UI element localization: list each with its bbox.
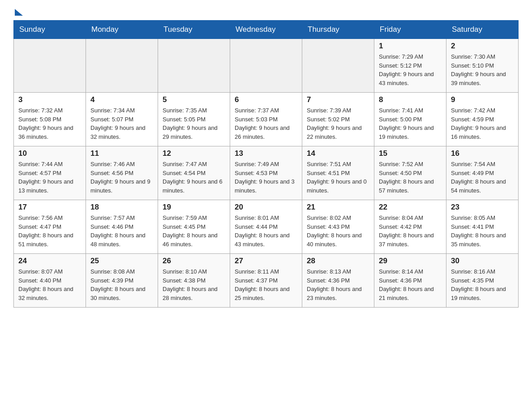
calendar-cell: 2Sunrise: 7:30 AMSunset: 5:10 PMDaylight… <box>446 39 519 93</box>
day-info: Sunrise: 7:51 AMSunset: 4:51 PMDaylight:… <box>307 160 369 195</box>
day-info: Sunrise: 8:02 AMSunset: 4:43 PMDaylight:… <box>307 214 369 248</box>
day-number: 14 <box>307 149 369 158</box>
day-number: 2 <box>451 42 514 51</box>
day-info: Sunrise: 8:05 AMSunset: 4:41 PMDaylight:… <box>451 214 514 248</box>
day-number: 5 <box>163 95 225 104</box>
day-number: 22 <box>379 203 442 212</box>
calendar-cell: 23Sunrise: 8:05 AMSunset: 4:41 PMDayligh… <box>446 200 519 254</box>
calendar-cell: 15Sunrise: 7:52 AMSunset: 4:50 PMDayligh… <box>374 146 446 200</box>
calendar-cell <box>302 39 374 93</box>
weekday-header-row: SundayMondayTuesdayWednesdayThursdayFrid… <box>14 21 519 39</box>
calendar-cell: 3Sunrise: 7:32 AMSunset: 5:08 PMDaylight… <box>14 93 86 146</box>
day-number: 27 <box>235 257 297 265</box>
calendar-cell: 10Sunrise: 7:44 AMSunset: 4:57 PMDayligh… <box>14 146 86 200</box>
day-info: Sunrise: 7:47 AMSunset: 4:54 PMDaylight:… <box>163 160 225 195</box>
calendar-cell: 28Sunrise: 8:13 AMSunset: 4:36 PMDayligh… <box>302 254 374 308</box>
day-info: Sunrise: 7:34 AMSunset: 5:07 PMDaylight:… <box>90 106 153 141</box>
calendar-cell: 30Sunrise: 8:16 AMSunset: 4:35 PMDayligh… <box>446 254 519 308</box>
weekday-header-saturday: Saturday <box>446 21 519 39</box>
day-info: Sunrise: 8:04 AMSunset: 4:42 PMDaylight:… <box>379 214 442 248</box>
day-number: 21 <box>307 203 369 212</box>
calendar-cell: 5Sunrise: 7:35 AMSunset: 5:05 PMDaylight… <box>158 93 230 146</box>
calendar-cell: 21Sunrise: 8:02 AMSunset: 4:43 PMDayligh… <box>302 200 374 254</box>
weekday-header-thursday: Thursday <box>302 21 374 39</box>
day-info: Sunrise: 8:08 AMSunset: 4:39 PMDaylight:… <box>90 267 153 302</box>
calendar-cell: 13Sunrise: 7:49 AMSunset: 4:53 PMDayligh… <box>230 146 302 200</box>
day-number: 30 <box>451 257 514 265</box>
day-number: 23 <box>451 203 514 212</box>
calendar-cell: 16Sunrise: 7:54 AMSunset: 4:49 PMDayligh… <box>446 146 519 200</box>
logo <box>13 9 23 16</box>
day-info: Sunrise: 7:41 AMSunset: 5:00 PMDaylight:… <box>379 106 442 141</box>
calendar-cell: 14Sunrise: 7:51 AMSunset: 4:51 PMDayligh… <box>302 146 374 200</box>
week-row-3: 10Sunrise: 7:44 AMSunset: 4:57 PMDayligh… <box>14 146 519 200</box>
day-info: Sunrise: 7:59 AMSunset: 4:45 PMDaylight:… <box>163 214 225 248</box>
day-number: 26 <box>163 257 225 265</box>
week-row-4: 17Sunrise: 7:56 AMSunset: 4:47 PMDayligh… <box>14 200 519 254</box>
day-number: 29 <box>379 257 442 265</box>
calendar-cell: 8Sunrise: 7:41 AMSunset: 5:00 PMDaylight… <box>374 93 446 146</box>
day-number: 1 <box>379 42 442 51</box>
day-number: 7 <box>307 95 369 104</box>
calendar-cell: 18Sunrise: 7:57 AMSunset: 4:46 PMDayligh… <box>86 200 158 254</box>
calendar-cell: 12Sunrise: 7:47 AMSunset: 4:54 PMDayligh… <box>158 146 230 200</box>
calendar-cell: 7Sunrise: 7:39 AMSunset: 5:02 PMDaylight… <box>302 93 374 146</box>
day-number: 11 <box>90 149 153 158</box>
day-number: 24 <box>18 257 81 265</box>
day-number: 12 <box>163 149 225 158</box>
day-number: 18 <box>90 203 153 212</box>
day-info: Sunrise: 7:39 AMSunset: 5:02 PMDaylight:… <box>307 106 369 141</box>
day-info: Sunrise: 7:57 AMSunset: 4:46 PMDaylight:… <box>90 214 153 248</box>
calendar-cell: 26Sunrise: 8:10 AMSunset: 4:38 PMDayligh… <box>158 254 230 308</box>
weekday-header-monday: Monday <box>86 21 158 39</box>
calendar-cell <box>230 39 302 93</box>
calendar-cell: 25Sunrise: 8:08 AMSunset: 4:39 PMDayligh… <box>86 254 158 308</box>
day-info: Sunrise: 8:11 AMSunset: 4:37 PMDaylight:… <box>235 267 297 302</box>
day-number: 6 <box>235 95 297 104</box>
day-number: 28 <box>307 257 369 265</box>
day-info: Sunrise: 8:13 AMSunset: 4:36 PMDaylight:… <box>307 267 369 302</box>
calendar-cell: 9Sunrise: 7:42 AMSunset: 4:59 PMDaylight… <box>446 93 519 146</box>
day-number: 3 <box>18 95 81 104</box>
calendar-cell: 27Sunrise: 8:11 AMSunset: 4:37 PMDayligh… <box>230 254 302 308</box>
day-info: Sunrise: 8:01 AMSunset: 4:44 PMDaylight:… <box>235 214 297 248</box>
calendar-cell: 6Sunrise: 7:37 AMSunset: 5:03 PMDaylight… <box>230 93 302 146</box>
day-number: 9 <box>451 95 514 104</box>
day-number: 25 <box>90 257 153 265</box>
calendar-cell: 22Sunrise: 8:04 AMSunset: 4:42 PMDayligh… <box>374 200 446 254</box>
day-number: 13 <box>235 149 297 158</box>
day-info: Sunrise: 7:56 AMSunset: 4:47 PMDaylight:… <box>18 214 81 248</box>
day-info: Sunrise: 7:29 AMSunset: 5:12 PMDaylight:… <box>379 52 442 87</box>
logo-arrow-icon <box>15 9 23 16</box>
weekday-header-tuesday: Tuesday <box>158 21 230 39</box>
calendar-cell: 24Sunrise: 8:07 AMSunset: 4:40 PMDayligh… <box>14 254 86 308</box>
day-info: Sunrise: 8:16 AMSunset: 4:35 PMDaylight:… <box>451 267 514 302</box>
day-info: Sunrise: 7:44 AMSunset: 4:57 PMDaylight:… <box>18 160 81 195</box>
day-number: 16 <box>451 149 514 158</box>
week-row-2: 3Sunrise: 7:32 AMSunset: 5:08 PMDaylight… <box>14 93 519 146</box>
calendar-cell <box>86 39 158 93</box>
day-info: Sunrise: 8:14 AMSunset: 4:36 PMDaylight:… <box>379 267 442 302</box>
weekday-header-wednesday: Wednesday <box>230 21 302 39</box>
calendar-cell <box>158 39 230 93</box>
day-info: Sunrise: 7:42 AMSunset: 4:59 PMDaylight:… <box>451 106 514 141</box>
day-info: Sunrise: 8:07 AMSunset: 4:40 PMDaylight:… <box>18 267 81 302</box>
day-number: 20 <box>235 203 297 212</box>
weekday-header-sunday: Sunday <box>14 21 86 39</box>
day-number: 19 <box>163 203 225 212</box>
calendar-cell: 20Sunrise: 8:01 AMSunset: 4:44 PMDayligh… <box>230 200 302 254</box>
day-info: Sunrise: 7:32 AMSunset: 5:08 PMDaylight:… <box>18 106 81 141</box>
day-info: Sunrise: 7:35 AMSunset: 5:05 PMDaylight:… <box>163 106 225 141</box>
day-number: 8 <box>379 95 442 104</box>
day-number: 15 <box>379 149 442 158</box>
day-number: 4 <box>90 95 153 104</box>
week-row-1: 1Sunrise: 7:29 AMSunset: 5:12 PMDaylight… <box>14 39 519 93</box>
day-info: Sunrise: 7:54 AMSunset: 4:49 PMDaylight:… <box>451 160 514 195</box>
day-info: Sunrise: 7:46 AMSunset: 4:56 PMDaylight:… <box>90 160 153 195</box>
calendar-cell: 1Sunrise: 7:29 AMSunset: 5:12 PMDaylight… <box>374 39 446 93</box>
calendar-cell: 4Sunrise: 7:34 AMSunset: 5:07 PMDaylight… <box>86 93 158 146</box>
day-info: Sunrise: 7:49 AMSunset: 4:53 PMDaylight:… <box>235 160 297 195</box>
calendar-table: SundayMondayTuesdayWednesdayThursdayFrid… <box>13 20 519 308</box>
calendar-cell: 11Sunrise: 7:46 AMSunset: 4:56 PMDayligh… <box>86 146 158 200</box>
day-info: Sunrise: 8:10 AMSunset: 4:38 PMDaylight:… <box>163 267 225 302</box>
